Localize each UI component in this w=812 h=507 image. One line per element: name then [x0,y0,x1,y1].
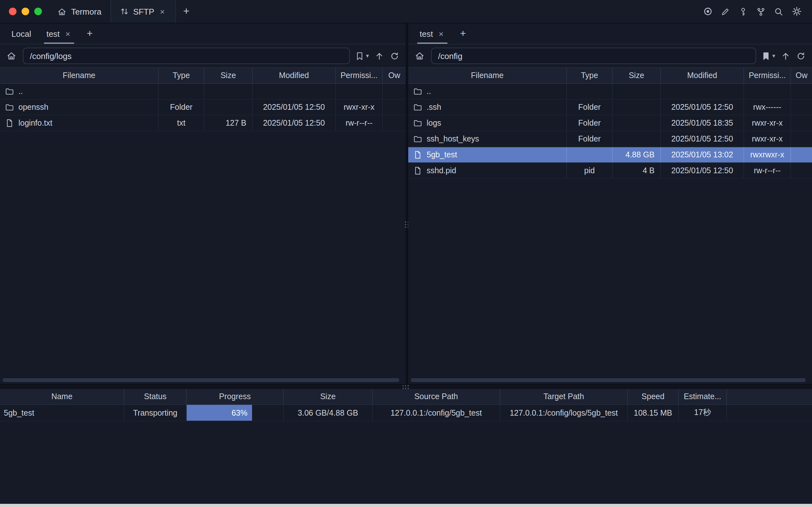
new-tab-button[interactable]: + [175,0,197,23]
table-row[interactable]: openssh Folder 2025/01/05 12:50 rwxr-xr-… [0,100,406,115]
minimize-window-button[interactable] [21,8,29,15]
close-icon[interactable]: × [437,29,445,38]
column-header-modified[interactable]: Modified [661,68,744,83]
tab-test-right[interactable]: test × [412,23,452,44]
local-path-input[interactable] [23,48,350,64]
cell-target-path: 127.0.0.1:/config/logs/5gb_test [500,405,628,421]
column-header-size[interactable]: Size [205,68,253,83]
progress-label: 63% [231,408,247,417]
column-header-modified[interactable]: Modified [253,68,336,83]
column-header-target-path[interactable]: Target Path [500,389,628,404]
remote-path-input[interactable] [431,48,756,64]
cell-speed: 108.15 MB [628,405,679,421]
edit-icon[interactable] [720,6,731,17]
cell-modified: 2025/01/05 12:50 [661,163,744,178]
table-row[interactable]: .ssh Folder 2025/01/05 12:50 rwx------ [408,100,812,115]
cell-filename: openssh [0,100,159,115]
column-header-filename[interactable]: Filename [0,68,159,83]
chevron-down-icon[interactable]: ▾ [772,53,775,59]
column-header-owner[interactable]: Ow [383,68,406,83]
bookmark-button[interactable]: ▾ [762,51,775,61]
add-panel-tab-button[interactable]: + [79,23,100,44]
column-header-estimate[interactable]: Estimate... [679,389,727,404]
local-table-header: Filename Type Size Modified Permissi... … [0,67,406,84]
remote-panel-tabs: test × + [408,23,812,44]
column-header-filler [727,389,812,404]
cell-size [613,115,661,131]
transfer-row[interactable]: 5gb_test Transporting 63% 3.06 GB/4.88 G… [0,405,812,421]
table-row[interactable]: sshd.pid pid 4 B 2025/01/05 12:50 rw-r--… [408,163,812,179]
table-row[interactable]: loginfo.txt txt 127 B 2025/01/05 12:50 r… [0,115,406,131]
cell-owner [791,163,812,178]
horizontal-scrollbar[interactable] [3,378,399,382]
column-header-permissions[interactable]: Permissi... [744,68,791,83]
table-row[interactable]: 5gb_test 4.88 GB 2025/01/05 13:02 rwxrwx… [408,147,812,163]
home-icon[interactable] [413,50,426,62]
add-panel-tab-button[interactable]: + [452,23,474,44]
remote-panel: test × + ▾ Filename [408,23,812,384]
table-row[interactable]: ssh_host_keys Folder 2025/01/05 12:50 rw… [408,131,812,147]
refresh-button[interactable] [390,51,399,61]
column-header-source-path[interactable]: Source Path [373,389,500,404]
tab-sftp[interactable]: SFTP × [110,0,175,23]
column-header-name[interactable]: Name [0,389,124,404]
table-row[interactable]: .. [0,84,406,100]
filename-label: openssh [18,103,49,112]
cell-permissions: rw-r--r-- [744,163,791,178]
branch-icon[interactable] [756,6,766,17]
column-header-size[interactable]: Size [284,389,373,404]
cell-filename: ssh_host_keys [408,131,567,147]
close-window-button[interactable] [9,8,16,15]
arrow-up-icon [375,51,384,61]
chevron-down-icon[interactable]: ▾ [366,53,369,59]
tab-test-left[interactable]: test × [39,23,79,44]
table-row[interactable]: .. [408,84,812,100]
home-icon[interactable] [5,50,18,62]
remote-file-table: Filename Type Size Modified Permissi... … [408,67,812,384]
file-type-icon [413,134,422,144]
bookmark-button[interactable]: ▾ [355,51,369,61]
column-header-owner[interactable]: Ow [791,68,812,83]
column-header-speed[interactable]: Speed [628,389,679,404]
record-icon[interactable] [702,6,713,17]
cell-permissions [336,84,383,99]
column-header-type[interactable]: Type [567,68,613,83]
close-icon[interactable]: × [159,7,166,16]
titlebar-toolbar [702,0,812,23]
cell-filename: sshd.pid [408,163,567,178]
cell-type: Folder [159,100,205,115]
refresh-icon [796,51,806,61]
close-icon[interactable]: × [64,29,71,38]
column-header-size[interactable]: Size [613,68,661,83]
column-header-filename[interactable]: Filename [408,68,567,83]
transfer-splitter[interactable] [0,384,812,389]
remote-path-actions: ▾ [762,51,807,61]
key-icon[interactable] [738,6,749,17]
parent-directory-button[interactable] [781,51,791,61]
column-header-permissions[interactable]: Permissi... [336,68,383,83]
column-header-progress[interactable]: Progress [187,389,284,404]
cell-owner [791,84,812,99]
remote-table-header: Filename Type Size Modified Permissi... … [408,67,812,84]
arrow-up-icon [781,51,791,61]
search-icon[interactable] [773,6,784,17]
parent-directory-button[interactable] [375,51,384,61]
cell-filename: .. [0,84,159,99]
refresh-button[interactable] [796,51,806,61]
horizontal-scrollbar[interactable] [411,378,806,382]
file-type-icon [5,103,14,112]
cell-type [159,84,205,99]
local-file-rows: .. openssh Folder [0,84,406,131]
file-type-icon [5,119,14,127]
table-row[interactable]: logs Folder 2025/01/05 18:35 rwxr-xr-x [408,115,812,131]
settings-icon[interactable] [791,6,802,17]
column-header-status[interactable]: Status [124,389,187,404]
window-bottom-edge [0,504,812,507]
tab-local[interactable]: Local [4,23,39,44]
tab-termora[interactable]: Termora [52,0,110,23]
column-header-type[interactable]: Type [159,68,205,83]
panel-divider[interactable] [406,23,408,384]
maximize-window-button[interactable] [34,8,42,15]
cell-size: 3.06 GB/4.88 GB [284,405,373,421]
filename-label: sshd.pid [427,166,456,175]
